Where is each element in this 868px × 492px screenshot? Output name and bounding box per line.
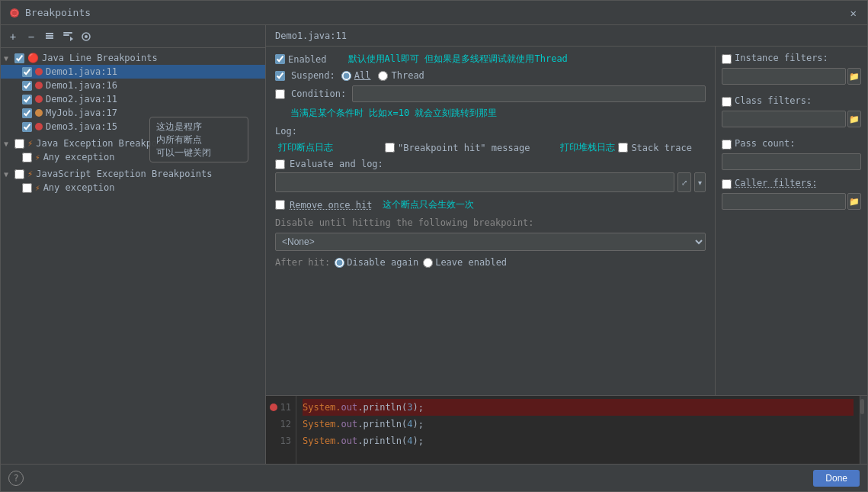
bp-checkbox-demo2-11[interactable] (22, 95, 32, 105)
breakpoint-dropdown[interactable]: <None> (275, 233, 706, 251)
bp-checkbox-any-exception-1[interactable] (22, 153, 32, 162)
eval-menu-button[interactable]: ▾ (694, 172, 706, 192)
bp-item-any-exception-2[interactable]: ⚡ Any exception (1, 181, 265, 195)
condition-row: Condition: (275, 85, 706, 102)
class-folder-button[interactable]: 📁 (847, 111, 861, 127)
stack-trace-checkbox[interactable] (618, 143, 628, 153)
chevron-down-icon-3: ▼ (4, 170, 11, 178)
class-label: Class filters: (735, 95, 812, 106)
stack-trace-text: Stack trace (631, 143, 691, 153)
remove-breakpoint-button[interactable]: − (24, 29, 39, 44)
leave-enabled-label[interactable]: Leave enabled (423, 257, 507, 268)
code-scrollbar[interactable] (860, 396, 867, 464)
bp-item-any-exception-1[interactable]: ⚡ Any exception (1, 150, 265, 164)
bp-item-demo3-15[interactable]: Demo3.java:15 (1, 120, 265, 133)
eval-expand-button[interactable]: ⤢ (677, 172, 691, 192)
bp-dot-red-3 (35, 95, 43, 103)
disable-again-text: Disable again (347, 257, 418, 268)
bp-item-demo2-11[interactable]: Demo2.java:11 (1, 92, 265, 106)
import-button[interactable] (60, 29, 75, 44)
bp-label-demo3-15: Demo3.java:15 (46, 121, 117, 132)
condition-input[interactable] (352, 85, 706, 102)
all-radio-label[interactable]: All (341, 70, 371, 81)
bp-item-demo1-16[interactable]: Demo1.java:16 (1, 79, 265, 92)
group-label-java-exception: Java Exception Breakpoints (36, 138, 179, 149)
lightning-icon: ⚡ (35, 153, 40, 162)
condition-annotation: 当满足某个条件时 比如x=10 就会立刻跳转到那里 (290, 108, 497, 118)
done-button[interactable]: Done (813, 470, 860, 487)
evaluate-checkbox[interactable] (275, 159, 285, 169)
instance-filter-input[interactable] (722, 68, 846, 85)
class-label-row: Class filters: (722, 95, 861, 108)
code-line-13: System.out.println(4); (303, 433, 854, 449)
svg-point-9 (85, 35, 88, 38)
disable-again-label[interactable]: Disable again (335, 257, 418, 268)
bp-checkbox-myjob-17[interactable] (22, 108, 32, 118)
bp-item-demo1-11[interactable]: Demo1.java:11 (1, 65, 265, 79)
class-filter-input[interactable] (722, 111, 846, 127)
enabled-label[interactable]: Enabled (275, 54, 327, 65)
remove-once-checkbox[interactable] (275, 200, 285, 210)
thread-radio[interactable] (378, 71, 388, 81)
log-message-label[interactable]: "Breakpoint hit" message (385, 143, 530, 153)
bp-label-any-exception-2: Any exception (43, 182, 115, 193)
caller-checkbox[interactable] (722, 179, 732, 189)
suspend-checkbox[interactable] (275, 71, 285, 81)
instance-checkbox[interactable] (722, 54, 732, 64)
bp-item-myjob-17[interactable]: MyJob.java:17 (1, 106, 265, 120)
group-checkbox-java-line[interactable] (14, 53, 24, 63)
record-button[interactable] (78, 29, 94, 44)
group-header-java-exception[interactable]: ▼ ⚡ Java Exception Breakpoints (1, 137, 265, 150)
group-checkbox-java-exception[interactable] (14, 139, 24, 149)
bp-label-myjob-17: MyJob.java:17 (46, 108, 117, 118)
all-radio[interactable] (341, 71, 351, 81)
bp-checkbox-any-exception-2[interactable] (22, 183, 32, 193)
detail-body: Enabled 默认使用All即可 但如果是多线程调试就使用Thread Sus… (266, 47, 867, 395)
all-label: All (354, 70, 371, 81)
svg-marker-7 (70, 37, 73, 41)
close-button[interactable]: ✕ (847, 5, 860, 21)
group-label-java-line: Java Line Breakpoints (42, 53, 158, 63)
title-bar-left: Breakpoints (8, 7, 91, 19)
add-breakpoint-button[interactable]: + (5, 29, 21, 44)
enabled-row: Enabled 默认使用All即可 但如果是多线程调试就使用Thread (275, 53, 706, 66)
svg-rect-2 (46, 33, 53, 34)
thread-radio-label[interactable]: Thread (378, 70, 424, 81)
code-line-12: System.out.println(4); (303, 416, 854, 433)
group-checkbox-js-exception[interactable] (14, 169, 24, 179)
caller-folder-button[interactable]: 📁 (847, 193, 861, 210)
group-header-java-line[interactable]: ▼ 🔴 Java Line Breakpoints (1, 51, 265, 65)
bp-checkbox-demo1-11[interactable] (22, 67, 32, 77)
caller-filter-input[interactable] (722, 193, 846, 210)
pass-count-section: Pass count: (722, 138, 861, 172)
instance-filter-section: Instance filters: 📁 (722, 53, 861, 89)
eval-input[interactable] (275, 172, 674, 192)
log-message-checkbox[interactable] (385, 143, 395, 153)
bp-label-demo2-11: Demo2.java:11 (46, 94, 117, 105)
help-button[interactable]: ? (8, 471, 24, 486)
code-preview: 11 12 13 System.out.println(3); System (266, 395, 867, 464)
bp-checkbox-demo3-15[interactable] (22, 122, 32, 132)
pass-count-input[interactable] (722, 153, 861, 170)
suspend-label: Suspend: (291, 70, 335, 81)
leave-enabled-text: Leave enabled (435, 257, 507, 268)
bp-label-any-exception-1: Any exception (43, 152, 115, 162)
group-header-js-exception[interactable]: ▼ ⚡ JavaScript Exception Breakpoints (1, 167, 265, 181)
enabled-checkbox[interactable] (275, 54, 285, 64)
breakpoint-list: ▼ 🔴 Java Line Breakpoints Demo1.java:11 (1, 48, 265, 198)
thread-annotation: 默认使用All即可 但如果是多线程调试就使用Thread (348, 53, 568, 66)
pass-count-checkbox[interactable] (722, 140, 732, 150)
right-panel: Demo1.java:11 Enabled 默认使用All即可 但如果是多线程调… (266, 25, 867, 464)
instance-folder-button[interactable]: 📁 (847, 68, 861, 85)
class-checkbox[interactable] (722, 97, 732, 107)
stack-trace-label[interactable]: 打印堆栈日志 Stack trace (548, 141, 691, 154)
export-button[interactable] (42, 29, 57, 44)
disable-again-radio[interactable] (335, 258, 344, 268)
leave-enabled-radio[interactable] (423, 258, 433, 268)
remove-label: Remove once hit (290, 200, 372, 211)
condition-checkbox[interactable] (275, 89, 285, 99)
instance-filter-row: 📁 (722, 68, 861, 85)
bp-checkbox-demo1-16[interactable] (22, 81, 32, 91)
log-options-row: 打印断点日志 "Breakpoint hit" message 打印堆栈日志 S… (275, 141, 706, 154)
after-hit-row: After hit: Disable again Leave enabled (275, 257, 706, 268)
